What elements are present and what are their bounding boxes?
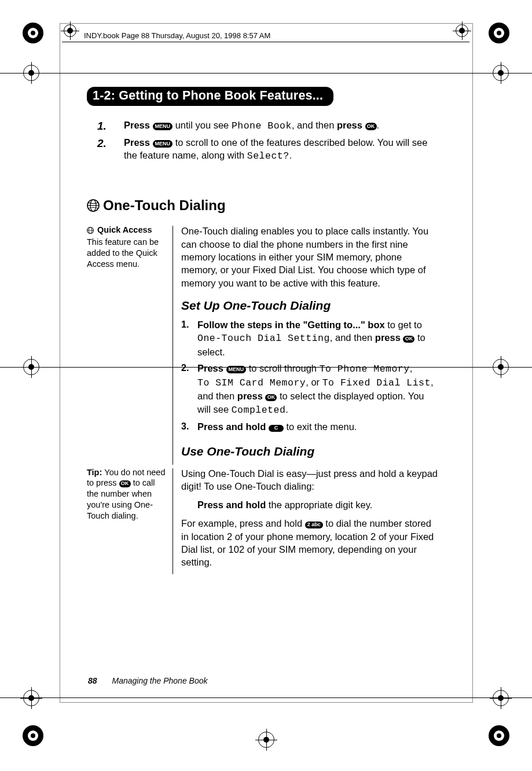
feature-heading-text: One-Touch Dialing xyxy=(103,197,226,213)
reg-mark-icon xyxy=(22,725,44,749)
running-head-rule xyxy=(62,42,469,42)
subheading: Set Up One-Touch Dialing xyxy=(181,298,440,314)
text: , and then xyxy=(292,120,337,130)
reg-mark-icon xyxy=(488,725,510,749)
svg-point-5 xyxy=(497,31,501,35)
ok-key-icon: OK xyxy=(119,480,131,488)
crop-target-icon xyxy=(456,24,468,37)
sidebar-label: Tip: xyxy=(87,468,104,477)
step-number: 1. xyxy=(97,119,107,134)
crop-target-icon xyxy=(64,24,76,37)
main-column: Using One-Touch Dial is easy—just press … xyxy=(181,467,440,575)
crop-line xyxy=(0,697,532,698)
text: to exit the menu. xyxy=(284,421,357,432)
two-key-icon: 2 abc xyxy=(305,522,323,529)
example-paragraph: For example, press and hold 2 abc to dia… xyxy=(181,517,440,568)
text: . xyxy=(377,120,380,130)
running-head: INDY.book Page 88 Thursday, August 20, 1… xyxy=(84,31,270,40)
text: press xyxy=(237,391,263,401)
text: . xyxy=(285,404,288,414)
lcd-text: To Phone Memory xyxy=(320,364,410,375)
lcd-text: To SIM Card Memory xyxy=(197,377,306,388)
text: Follow the steps in the "Getting to..." … xyxy=(197,320,385,330)
lcd-text: Phone Book xyxy=(232,120,292,131)
list-item: 3. Press and hold C to exit the menu. xyxy=(197,420,440,433)
crop-target-icon xyxy=(23,690,39,706)
text: to scroll through xyxy=(246,363,320,373)
menu-key-icon: MENU xyxy=(153,140,173,148)
page-number: 88 xyxy=(88,676,97,685)
text: Press xyxy=(197,363,223,373)
text: press xyxy=(375,332,401,343)
text: Press and hold xyxy=(197,421,266,432)
step-number: 3. xyxy=(181,420,189,433)
text: For example, press and hold xyxy=(181,518,305,528)
setup-steps: 1. Follow the steps in the "Getting to..… xyxy=(181,318,440,433)
text: , and then xyxy=(330,332,375,343)
page-footer: 88 Managing the Phone Book xyxy=(88,676,207,685)
text: , xyxy=(410,363,413,373)
lcd-text: One-Touch Dial Setting xyxy=(197,333,330,344)
ok-key-icon: OK xyxy=(403,336,414,343)
menu-key-icon: MENU xyxy=(226,366,247,373)
sidebar-body: This feature can be added to the Quick A… xyxy=(87,237,159,269)
main-column: One-Touch dialing enables you to place c… xyxy=(181,225,440,464)
list-item: 2. Press MENU to scroll through To Phone… xyxy=(197,362,440,417)
crop-line xyxy=(0,73,532,74)
ok-key-icon: OK xyxy=(365,123,377,130)
text: Press xyxy=(124,137,150,148)
feature-intro-block: Quick Access This feature can be added t… xyxy=(87,225,440,464)
getting-to-box: 1. Press MENU until you see Phone Book, … xyxy=(87,113,440,175)
subheading: Use One-Touch Dialing xyxy=(181,443,440,460)
crop-target-icon xyxy=(493,690,509,706)
lcd-text: Select? xyxy=(247,150,289,161)
list-item: 1. Follow the steps in the "Getting to..… xyxy=(197,318,440,358)
globe-icon xyxy=(87,199,100,215)
lcd-text: To Fixed Dial List xyxy=(322,377,431,388)
svg-point-11 xyxy=(497,733,501,738)
svg-point-8 xyxy=(31,733,35,738)
list-item: 2. Press MENU to scroll to one of the fe… xyxy=(124,136,428,163)
menu-key-icon: MENU xyxy=(153,123,173,130)
text: to get to xyxy=(385,320,422,330)
svg-point-2 xyxy=(31,31,35,35)
page-content: 1-2: Getting to Phone Book Features... 1… xyxy=(87,87,440,574)
use-block: Tip: You do not need to press OK to call… xyxy=(87,467,440,575)
chapter-title: Managing the Phone Book xyxy=(112,676,207,685)
text: the appropriate digit key. xyxy=(266,500,372,510)
list-item: 1. Press MENU until you see Phone Book, … xyxy=(124,119,428,133)
text: press xyxy=(337,120,362,130)
sidebar-note: Tip: You do not need to press OK to call… xyxy=(87,467,174,522)
globe-icon xyxy=(87,226,94,237)
lcd-text: Completed xyxy=(232,405,286,416)
sidebar-note: Quick Access This feature can be added t… xyxy=(87,225,174,269)
reg-mark-icon xyxy=(22,22,44,46)
text: , or xyxy=(306,377,322,387)
reg-mark-icon xyxy=(488,22,510,46)
text: . xyxy=(289,150,292,160)
divider xyxy=(173,468,173,575)
intro-paragraph: Using One-Touch Dial is easy—just press … xyxy=(181,467,440,493)
feature-heading: One-Touch Dialing xyxy=(87,197,440,215)
step-number: 2. xyxy=(97,136,107,151)
intro-paragraph: One-Touch dialing enables you to place c… xyxy=(181,225,440,289)
action-line: Press and hold the appropriate digit key… xyxy=(197,498,440,511)
section-bar: 1-2: Getting to Phone Book Features... xyxy=(87,87,333,106)
step-number: 2. xyxy=(181,362,189,375)
ok-key-icon: OK xyxy=(265,394,277,402)
text: Press xyxy=(124,120,150,130)
crop-target-icon xyxy=(258,732,274,748)
c-key-icon: C xyxy=(269,425,284,432)
text: Press and hold xyxy=(197,500,266,510)
text: until you see xyxy=(175,120,232,130)
divider xyxy=(173,226,173,464)
sidebar-label: Quick Access xyxy=(97,225,152,234)
step-number: 1. xyxy=(181,318,189,331)
